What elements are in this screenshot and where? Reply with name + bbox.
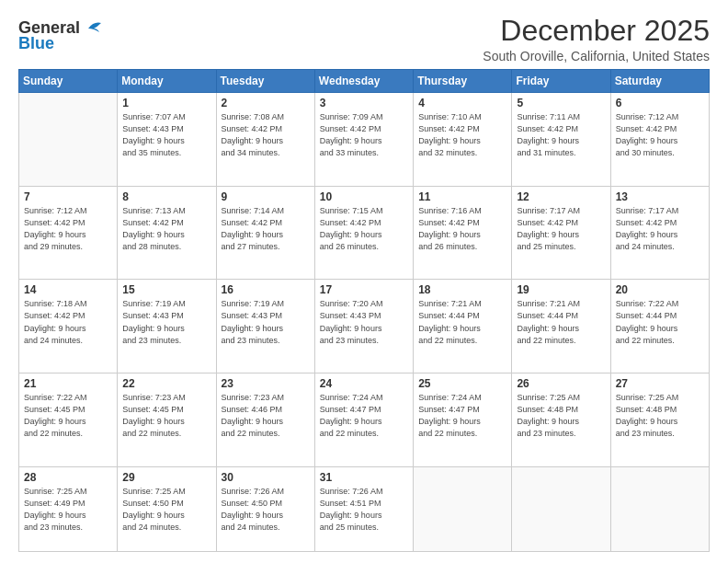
table-row: 31Sunrise: 7:26 AM Sunset: 4:51 PM Dayli…	[314, 466, 413, 551]
table-row: 15Sunrise: 7:19 AM Sunset: 4:43 PM Dayli…	[118, 280, 216, 373]
day-info: Sunrise: 7:25 AM Sunset: 4:49 PM Dayligh…	[24, 486, 112, 534]
day-number: 3	[320, 97, 408, 109]
day-info: Sunrise: 7:19 AM Sunset: 4:43 PM Dayligh…	[122, 298, 210, 346]
day-number: 11	[418, 190, 506, 203]
logo-bird-icon	[81, 19, 101, 36]
day-info: Sunrise: 7:10 AM Sunset: 4:42 PM Dayligh…	[418, 111, 506, 159]
calendar-header-row: Sunday Monday Tuesday Wednesday Thursday…	[19, 70, 710, 93]
day-info: Sunrise: 7:18 AM Sunset: 4:42 PM Dayligh…	[24, 298, 112, 346]
table-row: 12Sunrise: 7:17 AM Sunset: 4:42 PM Dayli…	[512, 186, 610, 280]
day-number: 15	[122, 283, 210, 296]
table-row: 6Sunrise: 7:12 AM Sunset: 4:42 PM Daylig…	[610, 93, 709, 187]
day-number: 13	[616, 190, 704, 203]
day-info: Sunrise: 7:16 AM Sunset: 4:42 PM Dayligh…	[418, 205, 506, 253]
table-row: 16Sunrise: 7:19 AM Sunset: 4:43 PM Dayli…	[216, 280, 314, 373]
day-number: 16	[222, 283, 310, 296]
day-number: 19	[517, 283, 605, 296]
calendar-table: Sunday Monday Tuesday Wednesday Thursday…	[18, 69, 710, 552]
day-info: Sunrise: 7:24 AM Sunset: 4:47 PM Dayligh…	[418, 392, 506, 440]
table-row	[19, 93, 118, 187]
day-number: 24	[320, 377, 408, 390]
day-number: 21	[24, 377, 112, 390]
table-row: 11Sunrise: 7:16 AM Sunset: 4:42 PM Dayli…	[414, 186, 512, 280]
day-number: 6	[616, 97, 704, 109]
table-row: 3Sunrise: 7:09 AM Sunset: 4:42 PM Daylig…	[314, 93, 413, 187]
day-number: 27	[616, 377, 704, 390]
col-monday: Monday	[118, 70, 216, 93]
day-info: Sunrise: 7:11 AM Sunset: 4:42 PM Dayligh…	[517, 111, 605, 159]
day-info: Sunrise: 7:20 AM Sunset: 4:43 PM Dayligh…	[320, 298, 408, 346]
table-row: 14Sunrise: 7:18 AM Sunset: 4:42 PM Dayli…	[19, 280, 118, 373]
day-info: Sunrise: 7:13 AM Sunset: 4:42 PM Dayligh…	[122, 205, 210, 253]
day-info: Sunrise: 7:17 AM Sunset: 4:42 PM Dayligh…	[517, 205, 605, 253]
table-row: 21Sunrise: 7:22 AM Sunset: 4:45 PM Dayli…	[19, 373, 118, 467]
day-number: 30	[222, 471, 310, 484]
day-number: 10	[320, 190, 408, 203]
table-row	[512, 466, 610, 551]
day-number: 7	[24, 190, 112, 203]
title-block: December 2025 South Oroville, California…	[483, 15, 710, 63]
table-row: 28Sunrise: 7:25 AM Sunset: 4:49 PM Dayli…	[19, 466, 118, 551]
table-row: 18Sunrise: 7:21 AM Sunset: 4:44 PM Dayli…	[414, 280, 512, 373]
table-row: 30Sunrise: 7:26 AM Sunset: 4:50 PM Dayli…	[216, 466, 314, 551]
table-row: 9Sunrise: 7:14 AM Sunset: 4:42 PM Daylig…	[216, 186, 314, 280]
col-friday: Friday	[512, 70, 610, 93]
day-number: 28	[24, 471, 112, 484]
day-info: Sunrise: 7:19 AM Sunset: 4:43 PM Dayligh…	[222, 298, 310, 346]
day-info: Sunrise: 7:25 AM Sunset: 4:50 PM Dayligh…	[122, 486, 210, 534]
day-number: 26	[517, 377, 605, 390]
day-info: Sunrise: 7:25 AM Sunset: 4:48 PM Dayligh…	[616, 392, 704, 440]
col-wednesday: Wednesday	[314, 70, 413, 93]
day-number: 29	[122, 471, 210, 484]
day-info: Sunrise: 7:17 AM Sunset: 4:42 PM Dayligh…	[616, 205, 704, 253]
day-info: Sunrise: 7:15 AM Sunset: 4:42 PM Dayligh…	[320, 205, 408, 253]
table-row: 4Sunrise: 7:10 AM Sunset: 4:42 PM Daylig…	[414, 93, 512, 187]
logo: General Blue	[18, 18, 101, 53]
day-info: Sunrise: 7:25 AM Sunset: 4:48 PM Dayligh…	[517, 392, 605, 440]
table-row: 2Sunrise: 7:08 AM Sunset: 4:42 PM Daylig…	[216, 93, 314, 187]
table-row: 1Sunrise: 7:07 AM Sunset: 4:43 PM Daylig…	[118, 93, 216, 187]
col-tuesday: Tuesday	[216, 70, 314, 93]
header: General Blue December 2025 South Orovill…	[18, 15, 710, 63]
logo-blue-text: Blue	[18, 34, 54, 53]
day-info: Sunrise: 7:07 AM Sunset: 4:43 PM Dayligh…	[122, 111, 210, 159]
main-title: December 2025	[483, 15, 710, 47]
col-sunday: Sunday	[19, 70, 118, 93]
table-row: 23Sunrise: 7:23 AM Sunset: 4:46 PM Dayli…	[216, 373, 314, 467]
table-row: 7Sunrise: 7:12 AM Sunset: 4:42 PM Daylig…	[19, 186, 118, 280]
day-info: Sunrise: 7:22 AM Sunset: 4:45 PM Dayligh…	[24, 392, 112, 440]
day-info: Sunrise: 7:24 AM Sunset: 4:47 PM Dayligh…	[320, 392, 408, 440]
day-info: Sunrise: 7:12 AM Sunset: 4:42 PM Dayligh…	[24, 205, 112, 253]
day-info: Sunrise: 7:21 AM Sunset: 4:44 PM Dayligh…	[517, 298, 605, 346]
table-row: 8Sunrise: 7:13 AM Sunset: 4:42 PM Daylig…	[118, 186, 216, 280]
day-info: Sunrise: 7:26 AM Sunset: 4:50 PM Dayligh…	[222, 486, 310, 534]
table-row	[414, 466, 512, 551]
table-row: 17Sunrise: 7:20 AM Sunset: 4:43 PM Dayli…	[314, 280, 413, 373]
table-row: 29Sunrise: 7:25 AM Sunset: 4:50 PM Dayli…	[118, 466, 216, 551]
day-number: 5	[517, 97, 605, 109]
table-row: 26Sunrise: 7:25 AM Sunset: 4:48 PM Dayli…	[512, 373, 610, 467]
table-row: 25Sunrise: 7:24 AM Sunset: 4:47 PM Dayli…	[414, 373, 512, 467]
table-row: 19Sunrise: 7:21 AM Sunset: 4:44 PM Dayli…	[512, 280, 610, 373]
table-row: 24Sunrise: 7:24 AM Sunset: 4:47 PM Dayli…	[314, 373, 413, 467]
day-info: Sunrise: 7:23 AM Sunset: 4:46 PM Dayligh…	[222, 392, 310, 440]
day-number: 8	[122, 190, 210, 203]
table-row: 5Sunrise: 7:11 AM Sunset: 4:42 PM Daylig…	[512, 93, 610, 187]
day-info: Sunrise: 7:23 AM Sunset: 4:45 PM Dayligh…	[122, 392, 210, 440]
day-info: Sunrise: 7:09 AM Sunset: 4:42 PM Dayligh…	[320, 111, 408, 159]
day-info: Sunrise: 7:21 AM Sunset: 4:44 PM Dayligh…	[418, 298, 506, 346]
day-number: 22	[122, 377, 210, 390]
day-info: Sunrise: 7:26 AM Sunset: 4:51 PM Dayligh…	[320, 486, 408, 534]
day-number: 18	[418, 283, 506, 296]
table-row: 22Sunrise: 7:23 AM Sunset: 4:45 PM Dayli…	[118, 373, 216, 467]
day-info: Sunrise: 7:08 AM Sunset: 4:42 PM Dayligh…	[222, 111, 310, 159]
day-number: 23	[222, 377, 310, 390]
day-info: Sunrise: 7:22 AM Sunset: 4:44 PM Dayligh…	[616, 298, 704, 346]
day-number: 9	[222, 190, 310, 203]
day-number: 14	[24, 283, 112, 296]
day-number: 2	[222, 97, 310, 109]
page: General Blue December 2025 South Orovill…	[0, 0, 728, 563]
day-number: 12	[517, 190, 605, 203]
day-info: Sunrise: 7:12 AM Sunset: 4:42 PM Dayligh…	[616, 111, 704, 159]
day-number: 31	[320, 471, 408, 484]
